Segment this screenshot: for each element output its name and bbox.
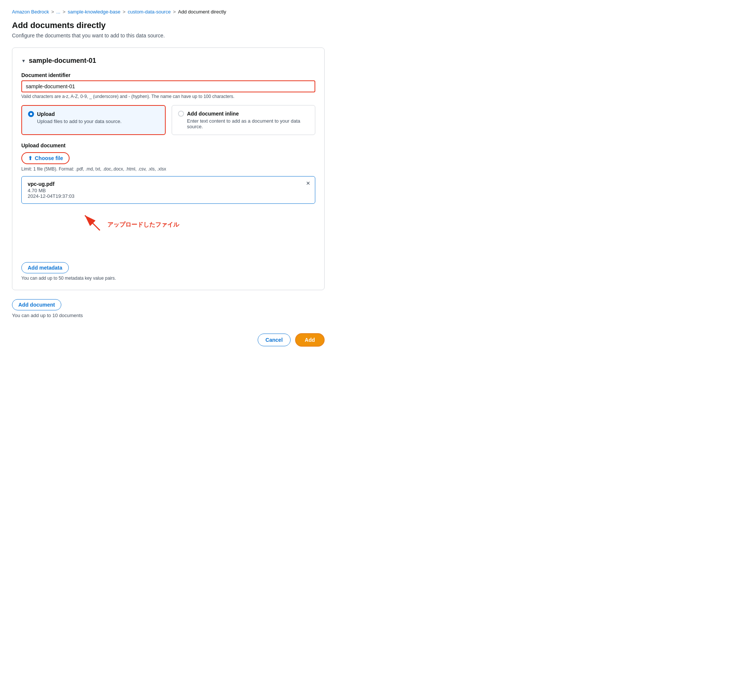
remove-file-button[interactable]: ✕ [306, 180, 310, 186]
metadata-hint: You can add up to 50 metadata key value … [21, 276, 315, 281]
breadcrumb-custom-data-source[interactable]: custom-data-source [128, 9, 171, 15]
document-identifier-input[interactable] [21, 80, 315, 93]
identifier-label: Document identifier [21, 72, 315, 78]
file-limit-text: Limit: 1 file (5MB). Format: .pdf, .md, … [21, 166, 315, 172]
file-date: 2024-12-04T19:37:03 [28, 193, 309, 199]
page-title: Add documents directly [12, 21, 325, 30]
document-card: ▼ sample-document-01 Document identifier… [12, 47, 325, 290]
page-subtitle: Configure the documents that you want to… [12, 32, 325, 38]
breadcrumb-knowledge-base[interactable]: sample-knowledge-base [68, 9, 120, 15]
breadcrumb-current: Add document directly [178, 9, 226, 15]
annotation-area: vpc-ug.pdf 4.70 MB 2024-12-04T19:37:03 ✕… [21, 176, 315, 232]
breadcrumb-sep-1: > [51, 9, 54, 15]
upload-option[interactable]: Upload Upload files to add to your data … [21, 105, 166, 135]
breadcrumb: Amazon Bedrock > ... > sample-knowledge-… [12, 9, 325, 15]
document-identifier-field: Document identifier Valid characters are… [21, 72, 315, 99]
upload-icon: ⬆ [28, 155, 32, 161]
footer-actions: Cancel Add [12, 333, 325, 347]
identifier-hint: Valid characters are a-z, A-Z, 0-9, _ (u… [21, 94, 315, 99]
upload-section: Upload document ⬆ Choose file Limit: 1 f… [21, 143, 315, 232]
metadata-section: Add metadata You can add up to 50 metada… [21, 262, 315, 281]
breadcrumb-amazon-bedrock[interactable]: Amazon Bedrock [12, 9, 49, 15]
document-section-title: sample-document-01 [29, 57, 96, 65]
upload-section-label: Upload document [21, 143, 315, 149]
add-button[interactable]: Add [295, 333, 325, 347]
collapse-chevron-icon[interactable]: ▼ [21, 58, 26, 64]
breadcrumb-sep-4: > [173, 9, 176, 15]
annotation-text: アップロードしたファイル [107, 221, 179, 229]
upload-radio-circle [28, 111, 34, 117]
add-document-button[interactable]: Add document [12, 299, 61, 310]
inline-option[interactable]: Add document inline Enter text content t… [172, 105, 315, 135]
file-preview: vpc-ug.pdf 4.70 MB 2024-12-04T19:37:03 ✕ [21, 176, 315, 204]
upload-option-label: Upload [37, 111, 55, 117]
inline-option-label: Add document inline [187, 111, 239, 117]
annotation-arrow-icon [81, 210, 103, 232]
breadcrumb-sep-2: > [62, 9, 65, 15]
file-name: vpc-ug.pdf [28, 181, 309, 187]
add-metadata-button[interactable]: Add metadata [21, 262, 69, 273]
svg-line-1 [85, 216, 100, 230]
add-document-hint: You can add up to 10 documents [12, 313, 325, 318]
source-type-options: Upload Upload files to add to your data … [21, 105, 315, 135]
add-document-section: Add document You can add up to 10 docume… [12, 299, 325, 318]
breadcrumb-sep-3: > [123, 9, 126, 15]
inline-radio-circle [178, 111, 184, 117]
breadcrumb-ellipsis[interactable]: ... [56, 9, 61, 15]
annotation-container: アップロードしたファイル [81, 210, 315, 232]
choose-file-label: Choose file [35, 155, 63, 161]
file-size: 4.70 MB [28, 188, 309, 193]
choose-file-button[interactable]: ⬆ Choose file [21, 152, 70, 164]
inline-option-desc: Enter text content to add as a document … [178, 118, 309, 129]
upload-option-desc: Upload files to add to your data source. [28, 118, 159, 124]
cancel-button[interactable]: Cancel [258, 334, 290, 346]
document-header: ▼ sample-document-01 [21, 57, 315, 65]
